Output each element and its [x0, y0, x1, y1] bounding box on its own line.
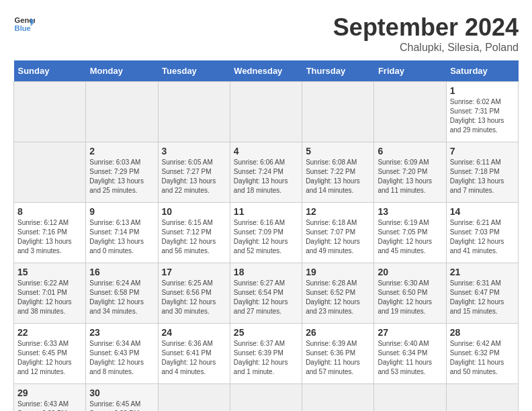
calendar-cell — [14, 82, 86, 142]
calendar-week-4: 22Sunrise: 6:33 AM Sunset: 6:45 PM Dayli… — [14, 324, 519, 384]
day-number: 7 — [450, 146, 515, 156]
calendar-cell — [86, 82, 158, 142]
header-cell-sunday: Sunday — [14, 60, 86, 82]
calendar-cell: 2Sunrise: 6:03 AM Sunset: 7:29 PM Daylig… — [86, 142, 158, 203]
day-number: 27 — [378, 327, 442, 338]
svg-text:Blue: Blue — [15, 24, 31, 32]
calendar-cell: 3Sunrise: 6:05 AM Sunset: 7:27 PM Daylig… — [158, 142, 230, 203]
day-info: Sunrise: 6:12 AM Sunset: 7:16 PM Dayligh… — [17, 218, 82, 256]
calendar-cell — [158, 384, 230, 412]
day-info: Sunrise: 6:25 AM Sunset: 6:56 PM Dayligh… — [162, 279, 226, 316]
day-info: Sunrise: 6:34 AM Sunset: 6:43 PM Dayligh… — [89, 339, 154, 377]
day-info: Sunrise: 6:33 AM Sunset: 6:45 PM Dayligh… — [17, 339, 82, 377]
header-row: SundayMondayTuesdayWednesdayThursdayFrid… — [14, 60, 519, 82]
day-info: Sunrise: 6:24 AM Sunset: 6:58 PM Dayligh… — [89, 279, 154, 316]
calendar-cell: 14Sunrise: 6:21 AM Sunset: 7:03 PM Dayli… — [446, 203, 518, 263]
calendar-cell: 17Sunrise: 6:25 AM Sunset: 6:56 PM Dayli… — [158, 263, 230, 324]
day-number: 23 — [89, 327, 154, 338]
header-cell-monday: Monday — [86, 60, 158, 82]
calendar-table: SundayMondayTuesdayWednesdayThursdayFrid… — [13, 60, 519, 411]
calendar-cell: 28Sunrise: 6:42 AM Sunset: 6:32 PM Dayli… — [446, 324, 518, 384]
day-info: Sunrise: 6:28 AM Sunset: 6:52 PM Dayligh… — [306, 279, 370, 316]
day-number: 1 — [450, 85, 515, 96]
day-number: 14 — [450, 206, 515, 217]
day-info: Sunrise: 6:18 AM Sunset: 7:07 PM Dayligh… — [306, 218, 370, 256]
day-info: Sunrise: 6:37 AM Sunset: 6:39 PM Dayligh… — [234, 339, 298, 377]
header-cell-wednesday: Wednesday — [230, 60, 302, 82]
calendar-body: 1Sunrise: 6:02 AM Sunset: 7:31 PM Daylig… — [14, 82, 519, 412]
day-number: 12 — [306, 206, 370, 217]
day-number: 18 — [234, 267, 298, 277]
calendar-week-2: 8Sunrise: 6:12 AM Sunset: 7:16 PM Daylig… — [14, 203, 519, 263]
calendar-cell — [14, 142, 86, 203]
day-info: Sunrise: 6:30 AM Sunset: 6:50 PM Dayligh… — [378, 279, 442, 316]
calendar-cell: 18Sunrise: 6:27 AM Sunset: 6:54 PM Dayli… — [230, 263, 302, 324]
logo: General Blue — [13, 13, 35, 35]
day-number: 10 — [162, 206, 226, 217]
header-cell-friday: Friday — [374, 60, 446, 82]
page-header: General Blue September 2024 Chalupki, Si… — [13, 13, 519, 54]
calendar-cell — [302, 82, 374, 142]
day-info: Sunrise: 6:39 AM Sunset: 6:36 PM Dayligh… — [306, 339, 370, 377]
day-number: 3 — [162, 146, 226, 156]
day-info: Sunrise: 6:43 AM Sunset: 6:30 PM Dayligh… — [17, 400, 82, 411]
month-title: September 2024 — [333, 13, 519, 42]
calendar-cell: 4Sunrise: 6:06 AM Sunset: 7:24 PM Daylig… — [230, 142, 302, 203]
calendar-week-5: 29Sunrise: 6:43 AM Sunset: 6:30 PM Dayli… — [14, 384, 519, 412]
day-number: 19 — [306, 267, 370, 277]
day-number: 17 — [162, 267, 226, 277]
day-info: Sunrise: 6:06 AM Sunset: 7:24 PM Dayligh… — [234, 158, 298, 195]
day-info: Sunrise: 6:22 AM Sunset: 7:01 PM Dayligh… — [17, 279, 82, 316]
calendar-week-0: 1Sunrise: 6:02 AM Sunset: 7:31 PM Daylig… — [14, 82, 519, 142]
day-info: Sunrise: 6:13 AM Sunset: 7:14 PM Dayligh… — [89, 218, 154, 256]
day-number: 8 — [17, 206, 82, 217]
calendar-cell: 24Sunrise: 6:36 AM Sunset: 6:41 PM Dayli… — [158, 324, 230, 384]
calendar-cell: 11Sunrise: 6:16 AM Sunset: 7:09 PM Dayli… — [230, 203, 302, 263]
calendar-cell: 8Sunrise: 6:12 AM Sunset: 7:16 PM Daylig… — [14, 203, 86, 263]
header-cell-thursday: Thursday — [302, 60, 374, 82]
day-info: Sunrise: 6:09 AM Sunset: 7:20 PM Dayligh… — [378, 158, 442, 195]
calendar-cell — [446, 384, 518, 412]
calendar-cell: 13Sunrise: 6:19 AM Sunset: 7:05 PM Dayli… — [374, 203, 446, 263]
calendar-cell — [230, 82, 302, 142]
calendar-cell: 15Sunrise: 6:22 AM Sunset: 7:01 PM Dayli… — [14, 263, 86, 324]
calendar-cell: 10Sunrise: 6:15 AM Sunset: 7:12 PM Dayli… — [158, 203, 230, 263]
calendar-week-3: 15Sunrise: 6:22 AM Sunset: 7:01 PM Dayli… — [14, 263, 519, 324]
calendar-cell — [230, 384, 302, 412]
day-number: 25 — [234, 327, 298, 338]
day-info: Sunrise: 6:16 AM Sunset: 7:09 PM Dayligh… — [234, 218, 298, 256]
day-number: 5 — [306, 146, 370, 156]
calendar-cell: 21Sunrise: 6:31 AM Sunset: 6:47 PM Dayli… — [446, 263, 518, 324]
logo-icon: General Blue — [13, 13, 35, 35]
day-info: Sunrise: 6:21 AM Sunset: 7:03 PM Dayligh… — [450, 218, 515, 256]
day-info: Sunrise: 6:45 AM Sunset: 6:28 PM Dayligh… — [89, 400, 154, 411]
day-number: 26 — [306, 327, 370, 338]
day-number: 30 — [89, 387, 154, 398]
day-number: 6 — [378, 146, 442, 156]
title-area: September 2024 Chalupki, Silesia, Poland — [333, 13, 519, 54]
day-info: Sunrise: 6:02 AM Sunset: 7:31 PM Dayligh… — [450, 97, 515, 135]
calendar-cell: 26Sunrise: 6:39 AM Sunset: 6:36 PM Dayli… — [302, 324, 374, 384]
day-info: Sunrise: 6:42 AM Sunset: 6:32 PM Dayligh… — [450, 339, 515, 377]
calendar-cell: 12Sunrise: 6:18 AM Sunset: 7:07 PM Dayli… — [302, 203, 374, 263]
calendar-cell — [374, 384, 446, 412]
calendar-cell: 22Sunrise: 6:33 AM Sunset: 6:45 PM Dayli… — [14, 324, 86, 384]
day-number: 29 — [17, 387, 82, 398]
day-info: Sunrise: 6:36 AM Sunset: 6:41 PM Dayligh… — [162, 339, 226, 377]
day-info: Sunrise: 6:31 AM Sunset: 6:47 PM Dayligh… — [450, 279, 515, 316]
day-number: 9 — [89, 206, 154, 217]
calendar-cell: 19Sunrise: 6:28 AM Sunset: 6:52 PM Dayli… — [302, 263, 374, 324]
day-info: Sunrise: 6:08 AM Sunset: 7:22 PM Dayligh… — [306, 158, 370, 195]
calendar-cell: 20Sunrise: 6:30 AM Sunset: 6:50 PM Dayli… — [374, 263, 446, 324]
calendar-cell: 25Sunrise: 6:37 AM Sunset: 6:39 PM Dayli… — [230, 324, 302, 384]
day-number: 16 — [89, 267, 154, 277]
calendar-cell: 27Sunrise: 6:40 AM Sunset: 6:34 PM Dayli… — [374, 324, 446, 384]
day-number: 2 — [89, 146, 154, 156]
calendar-cell: 9Sunrise: 6:13 AM Sunset: 7:14 PM Daylig… — [86, 203, 158, 263]
day-number: 21 — [450, 267, 515, 277]
calendar-cell — [158, 82, 230, 142]
day-number: 24 — [162, 327, 226, 338]
day-info: Sunrise: 6:40 AM Sunset: 6:34 PM Dayligh… — [378, 339, 442, 377]
day-info: Sunrise: 6:15 AM Sunset: 7:12 PM Dayligh… — [162, 218, 226, 256]
day-info: Sunrise: 6:03 AM Sunset: 7:29 PM Dayligh… — [89, 158, 154, 195]
